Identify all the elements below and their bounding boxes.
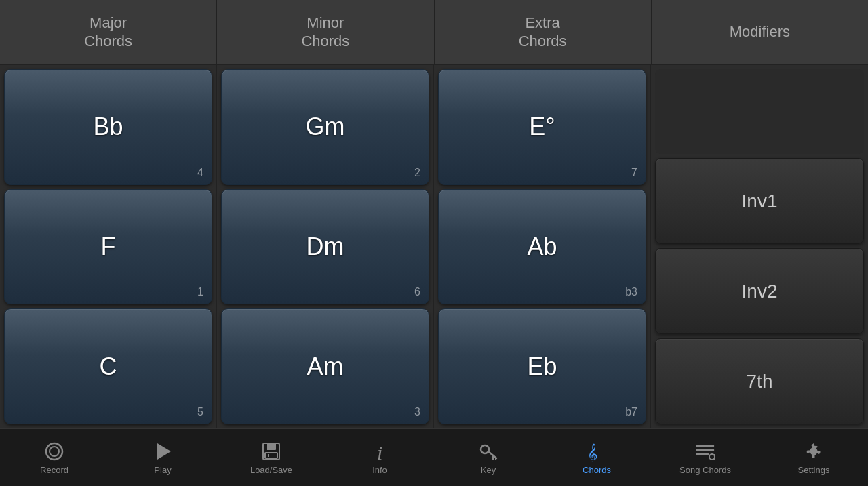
modifiers-column: Inv1 Inv2 7th [651, 65, 868, 428]
chord-label-c: C [100, 352, 117, 381]
toolbar-label-chords: Chords [583, 465, 611, 475]
chord-num-ab: b3 [625, 286, 637, 298]
chord-label-eb: Eb [527, 352, 557, 381]
header-extra: Extra Chords [435, 0, 652, 64]
chord-btn-am[interactable]: Am 3 [221, 308, 429, 424]
chord-btn-eb[interactable]: Eb b7 [438, 308, 646, 424]
toolbar-label-record: Record [40, 465, 68, 475]
chord-label-ab: Ab [527, 232, 557, 261]
header-minor: Minor Chords [217, 0, 434, 64]
modifier-btn-7th[interactable]: 7th [655, 338, 864, 424]
play-icon [152, 441, 174, 462]
chord-label-f: F [101, 232, 116, 261]
record-icon [43, 441, 65, 462]
toolbar-item-chords[interactable]: 𝄞 Chords [542, 429, 651, 486]
chord-btn-ab[interactable]: Ab b3 [438, 189, 646, 305]
chords-icon: 𝄞 [586, 441, 608, 462]
chord-btn-f[interactable]: F 1 [4, 189, 212, 305]
modifier-empty [655, 69, 864, 154]
chord-label-am: Am [307, 352, 344, 381]
chord-label-gm: Gm [306, 113, 345, 141]
svg-rect-4 [267, 443, 276, 450]
toolbar-item-key[interactable]: Key [434, 429, 542, 486]
toolbar-item-loadsave[interactable]: Load/Save [217, 429, 326, 486]
loadsave-icon [260, 441, 282, 462]
settings-icon [803, 441, 825, 462]
svg-point-16 [709, 454, 715, 460]
toolbar-label-loadsave: Load/Save [250, 465, 292, 475]
toolbar-item-settings[interactable]: Settings [760, 429, 868, 486]
modifier-btn-inv1[interactable]: Inv1 [655, 158, 864, 244]
svg-point-0 [46, 443, 62, 460]
modifier-btn-inv2[interactable]: Inv2 [655, 248, 864, 334]
key-icon [477, 441, 499, 462]
toolbar-label-key: Key [481, 465, 496, 475]
chord-num-dm: 6 [414, 286, 420, 298]
chord-btn-edim[interactable]: E° 7 [438, 69, 646, 185]
chord-label-dm: Dm [307, 232, 344, 261]
chord-num-bb: 4 [197, 167, 203, 179]
songchords-icon [694, 441, 716, 462]
main-area: Bb 4 F 1 C 5 Gm 2 Dm 6 Am 3 E° 7 [0, 65, 868, 428]
svg-rect-6 [268, 454, 269, 457]
svg-text:𝄞: 𝄞 [587, 443, 597, 462]
chord-btn-bb[interactable]: Bb 4 [4, 69, 212, 185]
header-modifiers: Modifiers [652, 0, 868, 64]
toolbar-item-songchords[interactable]: Song Chords [651, 429, 760, 486]
modifier-label-inv2: Inv2 [742, 281, 778, 302]
svg-point-1 [50, 447, 59, 456]
toolbar-label-play: Play [154, 465, 171, 475]
svg-rect-5 [265, 453, 277, 458]
svg-point-8 [481, 445, 489, 453]
chord-btn-gm[interactable]: Gm 2 [221, 69, 429, 185]
info-icon: i [369, 441, 391, 462]
chord-label-edim: E° [529, 113, 555, 141]
header-row: Major Chords Minor Chords Extra Chords M… [0, 0, 868, 65]
chord-btn-c[interactable]: C 5 [4, 308, 212, 424]
svg-text:i: i [377, 441, 382, 462]
modifier-label-inv1: Inv1 [742, 190, 778, 212]
chord-num-edim: 7 [631, 167, 637, 179]
toolbar-item-record[interactable]: Record [0, 429, 108, 486]
header-major: Major Chords [0, 0, 217, 64]
chord-num-f: 1 [197, 286, 203, 298]
chord-num-eb: b7 [625, 406, 637, 418]
toolbar-item-info[interactable]: i Info [326, 429, 434, 486]
toolbar-label-settings: Settings [798, 465, 830, 475]
major-chords-column: Bb 4 F 1 C 5 [0, 65, 217, 428]
toolbar-label-info: Info [372, 465, 387, 475]
svg-marker-2 [157, 443, 171, 460]
extra-chords-column: E° 7 Ab b3 Eb b7 [434, 65, 651, 428]
toolbar-label-songchords: Song Chords [679, 465, 731, 475]
modifier-label-7th: 7th [747, 371, 773, 392]
chord-btn-dm[interactable]: Dm 6 [221, 189, 429, 305]
minor-chords-column: Gm 2 Dm 6 Am 3 [217, 65, 434, 428]
chord-num-am: 3 [414, 406, 420, 418]
chord-num-gm: 2 [414, 167, 420, 179]
chord-num-c: 5 [197, 406, 203, 418]
toolbar-item-play[interactable]: Play [108, 429, 217, 486]
toolbar: Record Play Load/Save i Info Key [0, 428, 868, 486]
chord-label-bb: Bb [93, 113, 123, 141]
